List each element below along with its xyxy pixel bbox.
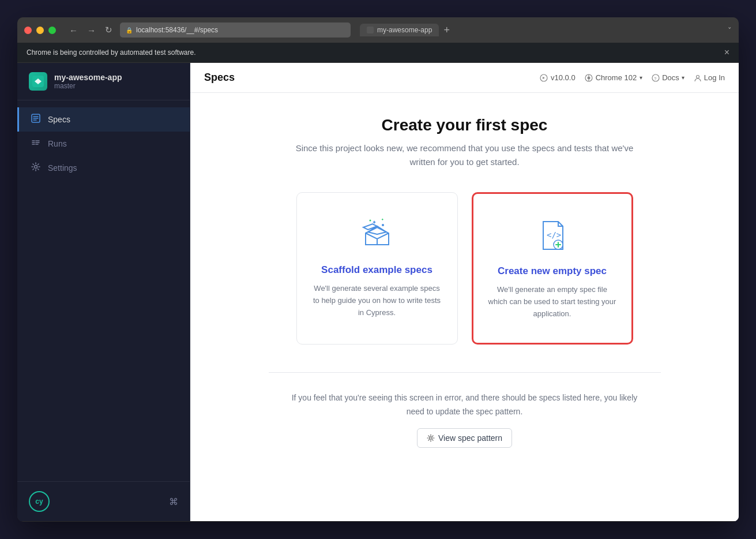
lock-icon: 🔒 <box>126 27 133 33</box>
specs-label: Specs <box>48 115 70 124</box>
main-header: Specs v10.0.0 <box>190 63 739 93</box>
scaffold-card[interactable]: Scaffold example specs We'll generate se… <box>296 192 458 345</box>
scaffold-icon <box>359 216 396 255</box>
main-content: Specs v10.0.0 <box>190 63 739 521</box>
version-icon <box>540 74 548 82</box>
url-text: localhost:58436/__#/specs <box>136 26 218 34</box>
traffic-light-red[interactable] <box>24 27 32 34</box>
empty-spec-title: Create new empty spec <box>498 265 607 277</box>
chrome-icon <box>585 74 593 82</box>
login-button[interactable]: Log In <box>694 73 725 82</box>
svg-point-18 <box>369 220 371 222</box>
tab-favicon <box>367 27 374 33</box>
traffic-light-yellow[interactable] <box>36 27 44 34</box>
svg-point-16 <box>696 75 699 78</box>
empty-spec-icon: </> <box>534 217 571 256</box>
runs-label: Runs <box>48 139 67 148</box>
settings-icon <box>31 162 41 174</box>
scaffold-title: Scaffold example specs <box>321 264 432 276</box>
app-branch: master <box>54 82 122 90</box>
settings-label: Settings <box>48 163 77 173</box>
tab-label: my-awesome-app <box>377 26 432 34</box>
sidebar-item-settings[interactable]: Settings <box>17 156 190 180</box>
address-bar[interactable]: 🔒 localhost:58436/__#/specs <box>120 23 351 38</box>
cards-container: Scaffold example specs We'll generate se… <box>296 192 633 345</box>
traffic-light-green[interactable] <box>48 27 56 34</box>
app-name: my-awesome-app <box>54 73 122 82</box>
error-text: If you feel that you're seeing this scre… <box>292 391 638 419</box>
page-heading: Create your first spec <box>382 116 548 134</box>
automation-message: Chrome is being controlled by automated … <box>27 48 195 57</box>
refresh-button[interactable]: ↻ <box>102 24 115 36</box>
docs-button[interactable]: ? Docs ▾ <box>652 73 684 82</box>
svg-point-21 <box>430 437 432 439</box>
new-tab-button[interactable]: + <box>443 24 450 36</box>
sidebar-item-runs[interactable]: Runs <box>17 132 190 156</box>
svg-point-17 <box>382 224 384 226</box>
content-area: Create your first spec Since this projec… <box>190 93 739 521</box>
browser-selector[interactable]: Chrome 102 ▾ <box>585 73 643 82</box>
sidebar-header: my-awesome-app master <box>17 63 190 100</box>
view-spec-pattern-button[interactable]: View spec pattern <box>417 428 512 448</box>
version-badge: v10.0.0 <box>540 73 576 82</box>
browser-tab[interactable]: my-awesome-app <box>360 24 439 36</box>
sidebar: my-awesome-app master Specs <box>17 63 190 521</box>
automation-bar: Chrome is being controlled by automated … <box>17 43 739 63</box>
svg-text:?: ? <box>654 76 657 81</box>
content-divider <box>269 372 661 373</box>
runs-icon <box>31 137 41 150</box>
header-actions: v10.0.0 Chrome 102 ▾ <box>540 73 725 82</box>
sidebar-nav: Specs Ru <box>17 100 190 481</box>
scaffold-desc: We'll generate several example specs to … <box>311 283 443 319</box>
browser-dropdown: ˅ <box>728 26 732 35</box>
back-button[interactable]: ← <box>66 24 81 36</box>
forward-button[interactable]: → <box>84 24 99 36</box>
specs-icon <box>31 113 41 126</box>
sidebar-item-specs[interactable]: Specs <box>17 107 190 132</box>
automation-close-button[interactable]: × <box>724 47 729 58</box>
svg-point-8 <box>35 166 37 169</box>
keyboard-shortcut-icon[interactable]: ⌘ <box>169 496 178 507</box>
svg-point-11 <box>587 76 590 79</box>
cypress-logo: cy <box>29 491 50 512</box>
empty-spec-card[interactable]: </> Create new empty spec We'll generate… <box>472 192 633 345</box>
sidebar-footer: cy ⌘ <box>17 481 190 521</box>
docs-icon: ? <box>652 74 660 82</box>
gear-icon <box>427 434 435 442</box>
browser-chevron: ▾ <box>640 74 642 81</box>
app-icon <box>29 72 47 91</box>
svg-text:</>: </> <box>547 230 561 239</box>
user-icon <box>694 74 702 82</box>
app-info: my-awesome-app master <box>54 73 122 90</box>
error-section: If you feel that you're seeing this scre… <box>292 391 638 448</box>
docs-chevron: ▾ <box>682 74 684 81</box>
page-title: Specs <box>204 72 235 84</box>
empty-spec-desc: We'll generate an empty spec file which … <box>487 284 618 320</box>
page-subtitle: Since this project looks new, we recomme… <box>292 141 638 169</box>
